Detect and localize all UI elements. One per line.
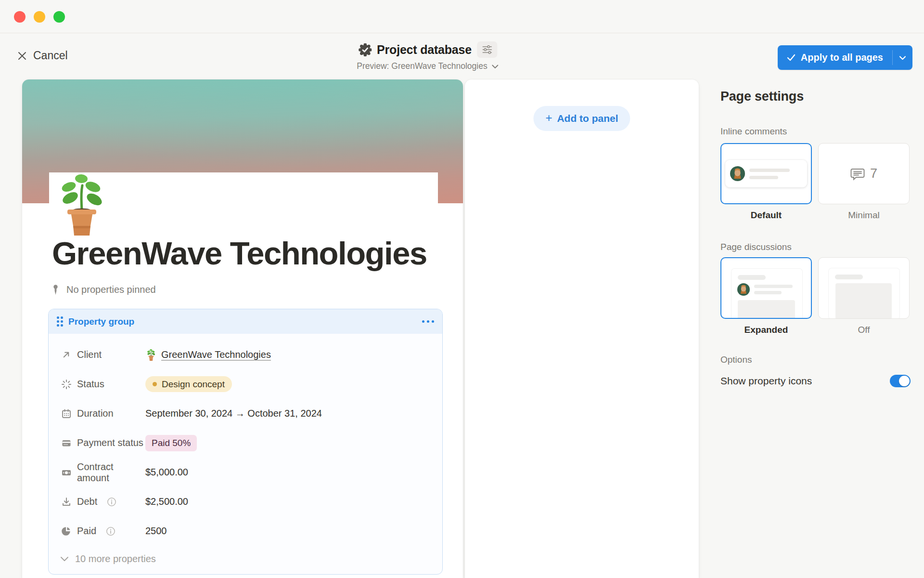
side-panel-preview: + Add to panel (465, 79, 699, 578)
property-name: Status (77, 379, 104, 390)
property-label-duration[interactable]: Duration (61, 408, 145, 419)
more-options-icon[interactable] (422, 320, 434, 323)
info-icon[interactable] (106, 526, 116, 536)
database-title: Project database (377, 43, 472, 57)
date-range: September 30, 2024 → October 31, 2024 (145, 408, 322, 419)
add-to-panel-button[interactable]: + Add to panel (533, 106, 630, 131)
status-spinner-icon (61, 379, 72, 390)
avatar (730, 166, 745, 181)
close-x-icon (17, 51, 27, 61)
option-label-expanded: Expanded (720, 325, 812, 335)
property-label-status[interactable]: Status (61, 379, 145, 390)
add-to-panel-label: Add to panel (557, 113, 618, 124)
status-dot (153, 382, 157, 386)
pin-icon (51, 284, 61, 295)
show-property-icons-toggle[interactable] (890, 375, 911, 387)
pie-chart-icon (61, 525, 72, 537)
comment-bubble-icon (850, 167, 865, 181)
page-preview-card: GreenWave Technologies No properties pin… (22, 79, 463, 578)
banknote-icon (61, 467, 72, 478)
more-properties-toggle[interactable]: 10 more properties (49, 546, 442, 572)
header-center: Project database Preview: GreenWave Tech… (357, 41, 499, 71)
relation-link[interactable]: GreenWave Technologies (161, 349, 271, 360)
property-row-payment-status: Payment status Paid 50% (49, 428, 442, 458)
status-label: Design concept (162, 379, 225, 390)
property-row-paid: Paid 2500 (49, 516, 442, 546)
property-group-header[interactable]: Property group (49, 309, 442, 334)
property-name: Debt (77, 496, 97, 507)
verified-badge-icon (359, 43, 372, 56)
page-discussions-options (720, 257, 924, 319)
drag-handle-icon[interactable] (57, 316, 63, 327)
payment-status-pill[interactable]: Paid 50% (145, 435, 197, 451)
page-discussions-label: Page discussions (720, 242, 924, 252)
page-discussions-option-off[interactable] (818, 257, 910, 319)
credit-card-icon (61, 437, 72, 448)
cancel-label: Cancel (33, 49, 68, 62)
page-discussions-option-expanded[interactable] (720, 257, 812, 319)
avatar (737, 283, 750, 296)
comment-text-lines (749, 169, 790, 179)
property-value-contract-amount[interactable]: $5,000.00 (145, 467, 188, 478)
inline-comments-option-default[interactable] (720, 143, 812, 204)
potted-plant-emoji[interactable] (53, 169, 111, 238)
property-label-paid[interactable]: Paid (61, 525, 145, 537)
property-name: Paid (77, 525, 96, 537)
more-properties-label: 10 more properties (75, 553, 156, 565)
options-label: Options (720, 355, 924, 365)
show-property-icons-label: Show property icons (720, 375, 812, 387)
property-row-duration: Duration September 30, 2024 → October 31… (49, 399, 442, 428)
comment-badge-thumbnail: 7 (850, 166, 877, 181)
database-settings-button[interactable] (477, 41, 497, 58)
close-window-button[interactable] (14, 11, 26, 23)
property-name: Contract amount (77, 461, 145, 484)
property-name: Client (77, 349, 102, 360)
amount-text: $5,000.00 (145, 467, 188, 478)
property-value-payment-status[interactable]: Paid 50% (145, 435, 197, 451)
info-icon[interactable] (107, 497, 116, 507)
property-value-duration[interactable]: September 30, 2024 → October 31, 2024 (145, 408, 322, 419)
property-label-contract-amount[interactable]: Contract amount (61, 461, 145, 484)
property-row-status: Status Design concept (49, 369, 442, 399)
property-label-payment-status[interactable]: Payment status (61, 437, 145, 448)
zoom-window-button[interactable] (53, 11, 65, 23)
window-controls (14, 11, 65, 23)
property-row-client: Client (49, 340, 442, 369)
property-group-label: Property group (68, 316, 134, 327)
page-discussions-option-labels: Expanded Off (720, 325, 924, 335)
comment-count: 7 (870, 166, 877, 181)
amount-text: $2,500.00 (145, 496, 188, 507)
preview-label: Preview: GreenWave Technologies (357, 61, 487, 71)
payment-status-label: Paid 50% (152, 438, 191, 448)
inline-comments-option-minimal[interactable]: 7 (818, 143, 910, 204)
property-group-block: Property group Client (48, 309, 443, 575)
amount-text: 2500 (145, 525, 167, 537)
calendar-icon (61, 408, 72, 419)
page-settings-sidebar: Page settings Inline comments (699, 33, 924, 578)
property-value-status[interactable]: Design concept (145, 376, 232, 392)
minimize-window-button[interactable] (34, 11, 45, 23)
property-row-contract-amount: Contract amount $5,000.00 (49, 458, 442, 487)
pinned-properties-note[interactable]: No properties pinned (51, 282, 156, 297)
inline-comments-option-labels: Default Minimal (720, 210, 924, 221)
status-pill[interactable]: Design concept (145, 376, 232, 392)
property-label-debt[interactable]: Debt (61, 496, 145, 507)
preview-selector[interactable]: Preview: GreenWave Technologies (357, 61, 499, 71)
property-name: Payment status (77, 437, 143, 448)
property-value-debt[interactable]: $2,500.00 (145, 496, 188, 507)
property-name: Duration (77, 408, 114, 419)
chevron-down-icon (60, 556, 69, 562)
inline-comments-label: Inline comments (720, 126, 924, 137)
option-label-minimal: Minimal (818, 210, 910, 221)
pinned-note-label: No properties pinned (66, 284, 156, 295)
page-settings-heading: Page settings (720, 89, 924, 104)
cancel-button[interactable]: Cancel (17, 49, 68, 62)
property-row-debt: Debt $2,500.00 (49, 487, 442, 516)
discussion-off-thumbnail (829, 268, 899, 319)
download-arrow-icon (61, 496, 72, 507)
property-value-client[interactable]: GreenWave Technologies (145, 348, 271, 361)
discussion-expanded-thumbnail (732, 269, 802, 319)
toggle-knob (899, 376, 910, 386)
property-label-client[interactable]: Client (61, 349, 145, 360)
property-value-paid[interactable]: 2500 (145, 525, 167, 537)
